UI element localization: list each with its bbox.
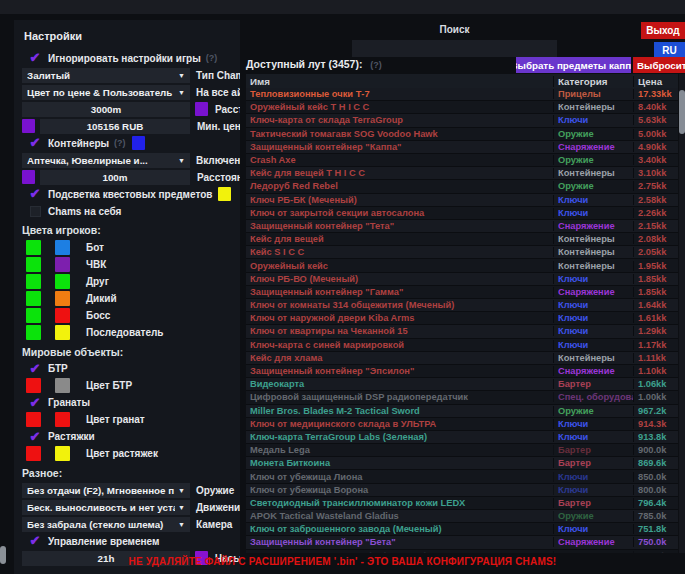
- color-swatch[interactable]: [26, 325, 41, 340]
- table-row[interactable]: APOK Tactical Wasteland GladiusОружие785…: [246, 510, 678, 523]
- table-row[interactable]: Ледоруб Red RebelОружие2.75kk: [246, 180, 678, 193]
- color-swatch[interactable]: [55, 325, 70, 340]
- table-row[interactable]: Ключ РБ-БК (Меченый)Ключи2.58kk: [246, 194, 678, 207]
- loot-help-icon: (?): [370, 60, 382, 70]
- color-swatch[interactable]: [55, 308, 70, 323]
- color-swatch[interactable]: [26, 446, 41, 461]
- color-swatch[interactable]: [26, 274, 41, 289]
- table-row[interactable]: Кейс S I C CКонтейнеры2.05kk: [246, 246, 678, 259]
- table-row[interactable]: Защищенный контейнер "Бета"Снаряжение750…: [246, 536, 678, 549]
- checkbox[interactable]: ✔: [28, 430, 42, 443]
- checkbox[interactable]: ✔: [28, 52, 42, 65]
- drop-all-button[interactable]: Выбросить все: [633, 57, 685, 73]
- table-row[interactable]: Цифровой защищенный DSP радиопередатчикС…: [246, 391, 678, 404]
- color-swatch[interactable]: [55, 257, 70, 272]
- item-name-cell: Оружейный кейс: [246, 261, 553, 271]
- table-row[interactable]: Ключ от убежища ЛионаКлючи850.0k: [246, 470, 678, 483]
- table-row[interactable]: Ключ от медицинского склада в УЛЬТРАКлюч…: [246, 418, 678, 431]
- table-row[interactable]: Тепловизионные очки Т-7Прицелы17.33kk: [246, 88, 678, 101]
- item-name-cell: Ключ от убежища Ворона: [246, 485, 553, 495]
- table-row[interactable]: Crash AxeОружие3.40kk: [246, 154, 678, 167]
- color-swatch[interactable]: [26, 257, 41, 272]
- color-swatch[interactable]: [26, 240, 41, 255]
- check-icon: ✔: [30, 363, 41, 375]
- table-row[interactable]: Медаль LegaБартер900.0k: [246, 444, 678, 457]
- checkbox[interactable]: ✔: [28, 137, 42, 150]
- table-row[interactable]: Ключ РБ-ВО (Меченый)Ключи1.85kk: [246, 273, 678, 286]
- settings-row: 105156 RUBМин. цена(?): [22, 118, 232, 134]
- dropdown-label: На все айтемы: [196, 87, 240, 98]
- item-price-cell: 751.8k: [633, 524, 678, 534]
- table-row[interactable]: Светодиодный трансиллюминатор кожи LEDXБ…: [246, 497, 678, 510]
- color-swatch[interactable]: [26, 308, 41, 323]
- text-input[interactable]: 100m: [40, 170, 190, 185]
- dropdown-select[interactable]: Залитый▼: [22, 68, 190, 83]
- table-row[interactable]: Монета БиткоинаБартер869.6k: [246, 457, 678, 470]
- dropdown-select[interactable]: Цвет по цене & Пользователь▼: [22, 85, 190, 100]
- language-button[interactable]: RU: [654, 42, 685, 58]
- table-row[interactable]: Защищенный контейнер "Тета"Снаряжение2.1…: [246, 220, 678, 233]
- checkbox[interactable]: ✔: [28, 362, 42, 375]
- table-row[interactable]: Тактический томагавк SOG Voodoo HawkОруж…: [246, 128, 678, 141]
- table-row[interactable]: Ключ от закрытой секции автосалонаКлючи2…: [246, 207, 678, 220]
- table-row[interactable]: Оружейный кейс T H I C CКонтейнеры8.40kk: [246, 101, 678, 114]
- select-kappa-items-button[interactable]: Выбрать предметы каппа: [516, 57, 631, 73]
- dropdown-select[interactable]: Аптечка, Ювелирные и...▼: [22, 153, 190, 168]
- table-row[interactable]: Ключ от наружной двери Kiba ArmsКлючи1.6…: [246, 312, 678, 325]
- color-swatch[interactable]: [22, 170, 35, 184]
- table-row[interactable]: Защищенный контейнер "Каппа"Снаряжение4.…: [246, 141, 678, 154]
- table-scrollbar-thumb[interactable]: [679, 90, 685, 134]
- table-row[interactable]: Ключ-карта с синей маркировкойКлючи1.17k…: [246, 339, 678, 352]
- checkbox[interactable]: ✔: [28, 188, 42, 201]
- table-row[interactable]: Ключ-карта TerraGroup Labs (Красная)Ключ…: [246, 550, 678, 553]
- item-category-cell: Бартер: [553, 445, 633, 455]
- table-row[interactable]: Кейс для вещейКонтейнеры2.08kk: [246, 233, 678, 246]
- settings-row: ✔Управление временем: [22, 533, 232, 549]
- checkbox[interactable]: ✔: [28, 396, 42, 409]
- table-row[interactable]: Ключ от убежища ВоронаКлючи800.0k: [246, 484, 678, 497]
- table-row[interactable]: Оружейный кейсКонтейнеры1.95kk: [246, 259, 678, 272]
- table-row[interactable]: Ключ от квартиры на Чеканной 15Ключи1.29…: [246, 325, 678, 338]
- table-row[interactable]: Защищенный контейнер "Гамма"Снаряжение1.…: [246, 286, 678, 299]
- checkbox[interactable]: ✔: [28, 535, 42, 548]
- color-swatch[interactable]: [55, 378, 70, 393]
- color-swatch[interactable]: [26, 412, 41, 427]
- checkbox-label: Контейнеры: [48, 138, 109, 149]
- dropdown-value: Цвет по цене & Пользователь: [27, 87, 175, 98]
- table-row[interactable]: Ключ от заброшенного завода (Меченый)Клю…: [246, 523, 678, 536]
- table-row[interactable]: Ключ-карта TerraGroup Labs (Зеленая)Ключ…: [246, 431, 678, 444]
- color-swatch[interactable]: [55, 291, 70, 306]
- color-swatch[interactable]: [55, 240, 70, 255]
- color-swatch[interactable]: [26, 291, 41, 306]
- settings-row: Цвет по цене & Пользователь▼На все айтем…: [22, 84, 232, 100]
- text-input[interactable]: 105156 RUB: [40, 119, 190, 134]
- table-row[interactable]: Кейс для вещей T H I C CКонтейнеры3.10kk: [246, 167, 678, 180]
- dropdown-select[interactable]: Без забрала (стекло шлема)▼: [22, 517, 190, 532]
- dropdown-select[interactable]: Без отдачи (F2), Мгновенное п▼: [22, 483, 190, 498]
- settings-row: Залитый▼Тип Chams(?): [22, 67, 232, 83]
- table-scrollbar-track[interactable]: [679, 74, 685, 553]
- settings-panel: Настройки ✔Игнорировать настройки игры(?…: [14, 20, 240, 574]
- table-row[interactable]: Кейс для хламаКонтейнеры1.11kk: [246, 352, 678, 365]
- table-row[interactable]: Ключ от комнаты 314 общежития (Меченый)К…: [246, 299, 678, 312]
- color-swatch[interactable]: [22, 119, 35, 133]
- table-row[interactable]: Защищенный контейнер "Эпсилон"Снаряжение…: [246, 365, 678, 378]
- color-swatch[interactable]: [195, 102, 208, 116]
- text-input[interactable]: 3000m: [22, 102, 190, 117]
- checkbox[interactable]: [28, 205, 42, 218]
- table-row[interactable]: Ключ-карта от склада TerraGroupКлючи5.63…: [246, 114, 678, 127]
- color-swatch[interactable]: [132, 136, 145, 150]
- search-input[interactable]: [352, 40, 557, 57]
- item-category-cell: Контейнеры: [553, 353, 633, 363]
- dropdown-select[interactable]: Беск. выносливость и нет уста▼: [22, 500, 190, 515]
- item-name-cell: Ключ-карта с синей маркировкой: [246, 340, 553, 350]
- color-swatch[interactable]: [55, 274, 70, 289]
- exit-button[interactable]: Выход: [641, 22, 685, 39]
- color-swatch[interactable]: [26, 378, 41, 393]
- table-row[interactable]: ВидеокартаБартер1.06kk: [246, 378, 678, 391]
- color-swatch[interactable]: [55, 412, 70, 427]
- color-swatch[interactable]: [218, 187, 231, 201]
- table-row[interactable]: Miller Bros. Blades M-2 Tactical SwordОр…: [246, 405, 678, 418]
- color-swatch[interactable]: [55, 446, 70, 461]
- check-icon: ✔: [30, 137, 41, 149]
